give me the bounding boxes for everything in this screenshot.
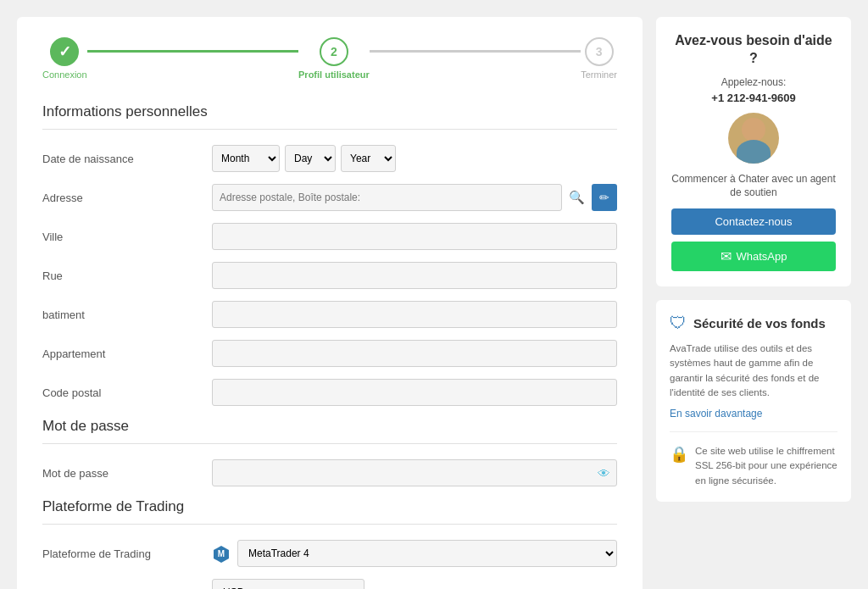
currency-label: Devise de base: [42, 586, 212, 590]
help-card: Avez-vous besoin d'aide ? Appelez-nous: …: [656, 17, 851, 286]
sidebar: Avez-vous besoin d'aide ? Appelez-nous: …: [656, 17, 851, 589]
step-connexion: ✓ Connexion: [42, 37, 87, 80]
rue-input[interactable]: [212, 262, 617, 289]
platform-select[interactable]: MetaTrader 4: [237, 540, 617, 567]
month-select[interactable]: Month: [212, 145, 280, 172]
security-header: 🛡 Sécurité de vos fonds: [670, 314, 837, 333]
address-search-button[interactable]: 🔍: [565, 190, 588, 205]
chat-text: Commencer à Chater avec un agent de sout…: [671, 172, 836, 201]
lock-icon: 🔒: [670, 445, 688, 464]
currency-select[interactable]: USD: [212, 579, 364, 589]
address-row: Adresse 🔍 ✏: [42, 184, 617, 211]
batiment-control: [212, 301, 617, 328]
platform-wrap: M MetaTrader 4: [212, 540, 617, 567]
avatar-head: [742, 118, 765, 142]
birthdate-row: Date de naissance Month Day Year: [42, 145, 617, 172]
birthdate-label: Date de naissance: [42, 153, 212, 165]
appartement-label: Appartement: [42, 347, 212, 360]
password-divider: [42, 443, 617, 444]
stepper: ✓ Connexion 2 Profil utilisateur 3 Termi…: [42, 37, 617, 80]
step-label-connexion: Connexion: [42, 69, 87, 80]
password-input-wrap: 👁: [212, 459, 617, 486]
address-input[interactable]: [212, 184, 562, 211]
appartement-control: [212, 340, 617, 367]
password-row: Mot de passe 👁: [42, 459, 617, 486]
batiment-input[interactable]: [212, 301, 617, 328]
ville-input[interactable]: [212, 223, 617, 250]
appartement-input[interactable]: [212, 340, 617, 367]
metatrader-icon: M: [212, 544, 231, 563]
avatar-body: [737, 140, 771, 164]
appartement-row: Appartement: [42, 340, 617, 367]
day-select[interactable]: Day: [285, 145, 336, 172]
codepostal-label: Code postal: [42, 386, 212, 399]
codepostal-input[interactable]: [212, 379, 617, 406]
rue-row: Rue: [42, 262, 617, 289]
currency-row: Devise de base USD: [42, 579, 617, 589]
step-profil: 2 Profil utilisateur: [298, 37, 370, 80]
rue-control: [212, 262, 617, 289]
password-control: 👁: [212, 459, 617, 486]
security-card: 🛡 Sécurité de vos fonds AvaTrade utilise…: [656, 300, 851, 502]
year-select[interactable]: Year: [341, 145, 396, 172]
step-circle-2: 2: [320, 37, 348, 66]
address-control: 🔍 ✏: [212, 184, 617, 211]
agent-avatar: [728, 113, 779, 164]
step-circle-3: 3: [585, 37, 614, 66]
ville-row: Ville: [42, 223, 617, 250]
contact-button[interactable]: Contactez-nous: [671, 208, 836, 235]
batiment-label: batiment: [42, 308, 212, 321]
step-label-terminer: Terminer: [581, 69, 617, 80]
codepostal-row: Code postal: [42, 379, 617, 406]
trading-divider: [42, 524, 617, 525]
pencil-icon: ✏: [599, 191, 609, 204]
password-label: Mot de passe: [42, 467, 212, 480]
personal-info-divider: [42, 129, 617, 130]
address-label: Adresse: [42, 192, 212, 204]
trading-section-title: Plateforme de Trading: [42, 498, 617, 515]
ssl-info: 🔒 Ce site web utilise le chiffrement SSL…: [670, 431, 837, 488]
platform-row: Plateforme de Trading M MetaTrader 4: [42, 540, 617, 567]
codepostal-control: [212, 379, 617, 406]
password-input[interactable]: [212, 459, 617, 486]
rue-label: Rue: [42, 269, 212, 282]
help-title: Avez-vous besoin d'aide ?: [671, 32, 836, 68]
address-input-wrap: 🔍 ✏: [212, 184, 617, 211]
phone-number: +1 212-941-9609: [671, 92, 836, 104]
step-line-2: [370, 50, 581, 53]
currency-control: USD: [212, 579, 617, 589]
step-terminer: 3 Terminer: [581, 37, 617, 80]
ssl-text: Ce site web utilise le chiffrement SSL 2…: [695, 444, 837, 488]
password-section-title: Mot de passe: [42, 418, 617, 435]
whatsapp-button[interactable]: ✉ WhatsApp: [671, 242, 836, 271]
whatsapp-icon: ✉: [721, 248, 732, 264]
security-text: AvaTrade utilise des outils et des systè…: [670, 342, 837, 400]
platform-control: M MetaTrader 4: [212, 540, 617, 567]
step-circle-1: ✓: [50, 37, 79, 66]
birthdate-control: Month Day Year: [212, 145, 617, 172]
eye-icon[interactable]: 👁: [598, 466, 610, 481]
step-line-1: [87, 50, 298, 53]
platform-label: Plateforme de Trading: [42, 547, 212, 560]
shield-icon: 🛡: [670, 314, 687, 333]
security-title: Sécurité de vos fonds: [693, 315, 826, 332]
svg-text:M: M: [218, 549, 225, 558]
security-link[interactable]: En savoir davantage: [670, 408, 762, 420]
address-confirm-button[interactable]: ✏: [592, 184, 617, 211]
personal-info-title: Informations personnelles: [42, 103, 617, 120]
call-us-label: Appelez-nous:: [671, 76, 836, 88]
ville-control: [212, 223, 617, 250]
ville-label: Ville: [42, 231, 212, 243]
main-panel: ✓ Connexion 2 Profil utilisateur 3 Termi…: [17, 17, 643, 589]
step-label-profil: Profil utilisateur: [298, 69, 370, 80]
date-selects: Month Day Year: [212, 145, 617, 172]
batiment-row: batiment: [42, 301, 617, 328]
